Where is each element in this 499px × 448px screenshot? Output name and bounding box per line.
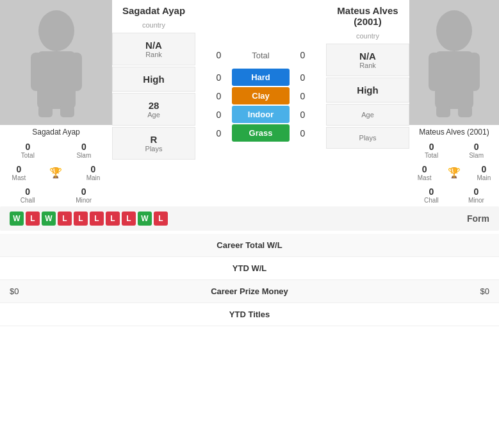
left-player-col: Sagadat Ayap 0 Total 0 Slam 0 Mast 🏆 — [0, 0, 112, 206]
svg-rect-4 — [38, 106, 53, 117]
right-minor-stat: 0 Minor — [468, 187, 484, 204]
right-total-slam: 0 Total 0 Slam — [409, 139, 499, 162]
right-player-name: Mateus Alves (2001) — [409, 125, 499, 139]
svg-rect-1 — [37, 51, 76, 109]
right-player-name-header: Mateus Alves (2001) — [326, 0, 409, 32]
full-wrapper: Sagadat Ayap 0 Total 0 Slam 0 Mast 🏆 — [0, 0, 499, 326]
right-info-col: Mateus Alves (2001) country N/A Rank Hig… — [326, 0, 409, 206]
left-player-photo — [0, 0, 112, 125]
total-row: 0 Total 0 — [211, 50, 311, 60]
left-total-slam: 0 Total 0 Slam — [0, 139, 112, 162]
trophy-icon-right: 🏆 — [448, 167, 461, 179]
right-plays-cell: Plays — [326, 127, 409, 149]
left-plays-cell: R Plays — [112, 127, 195, 160]
surface-btn-indoor[interactable]: Indoor — [232, 106, 290, 123]
left-total-stat: 0 Total — [21, 142, 35, 159]
right-total-stat: 0 Total — [425, 142, 438, 159]
form-badge-4: L — [74, 212, 88, 226]
right-high-cell: High — [326, 78, 409, 103]
form-label: Form — [467, 213, 489, 224]
bottom-stats: Career Total W/L YTD W/L $0 Career Prize… — [0, 234, 499, 326]
left-slam-stat: 0 Slam — [76, 142, 91, 159]
surface-row-hard: 0 Hard 0 — [199, 69, 323, 86]
left-mast-main: 0 Mast 🏆 0 Main — [0, 162, 112, 184]
svg-rect-9 — [468, 53, 480, 91]
right-country: country — [326, 32, 409, 40]
form-section: WLWLLLLLWL Form — [0, 206, 499, 231]
svg-rect-3 — [70, 53, 82, 91]
right-silhouette-icon — [425, 6, 483, 119]
left-minor-stat: 0 Minor — [76, 187, 92, 204]
svg-point-0 — [38, 10, 74, 51]
top-player-row: Sagadat Ayap 0 Total 0 Slam 0 Mast 🏆 — [0, 0, 499, 206]
stats-row: $0 Career Prize Money $0 — [0, 280, 499, 303]
svg-rect-2 — [31, 53, 42, 91]
form-badge-5: L — [90, 212, 104, 226]
surface-btn-clay[interactable]: Clay — [232, 87, 290, 104]
left-country: country — [112, 21, 195, 29]
form-badge-2: W — [42, 212, 56, 226]
surface-btn-hard[interactable]: Hard — [232, 69, 290, 86]
right-mast-main: 0 Mast 🏆 0 Main — [409, 162, 499, 184]
center-col: 0 Total 0 0 Hard 0 0 Clay 0 0 Indoor 0 0… — [195, 0, 326, 206]
right-main-stat: 0 Main — [477, 164, 491, 181]
right-player-col: Mateus Alves (2001) 0 Total 0 Slam 0 Mas… — [409, 0, 499, 206]
right-mast-stat: 0 Mast — [418, 164, 432, 181]
left-info-col: Sagadat Ayap country N/A Rank High 28 Ag… — [112, 0, 195, 206]
svg-rect-11 — [458, 106, 472, 117]
total-label: Total — [232, 51, 290, 60]
left-rank-cell: N/A Rank — [112, 33, 195, 65]
surface-rows: 0 Hard 0 0 Clay 0 0 Indoor 0 0 Grass 0 — [199, 69, 323, 142]
right-trophy: 🏆 — [448, 164, 461, 181]
form-badge-6: L — [106, 212, 120, 226]
form-badge-8: W — [138, 212, 152, 226]
right-age-cell: Age — [326, 104, 409, 126]
left-silhouette-icon — [28, 6, 85, 119]
form-badge-7: L — [122, 212, 136, 226]
surface-row-indoor: 0 Indoor 0 — [199, 106, 323, 123]
svg-rect-8 — [429, 53, 440, 91]
right-chall-stat: 0 Chall — [424, 187, 439, 204]
stats-row: YTD W/L — [0, 257, 499, 280]
right-player-photo — [409, 0, 499, 125]
left-age-cell: 28 Age — [112, 93, 195, 126]
form-badge-0: W — [10, 212, 24, 226]
left-trophy: 🏆 — [49, 164, 62, 181]
form-badges: WLWLLLLLWL — [10, 212, 168, 226]
surface-row-grass: 0 Grass 0 — [199, 124, 323, 142]
left-main-stat: 0 Main — [86, 164, 101, 181]
svg-rect-5 — [60, 106, 74, 117]
left-high-cell: High — [112, 67, 195, 92]
left-chall-stat: 0 Chall — [20, 187, 35, 204]
left-player-name-header: Sagadat Ayap — [112, 0, 195, 21]
form-badge-1: L — [26, 212, 40, 226]
surface-row-clay: 0 Clay 0 — [199, 87, 323, 104]
left-chall-minor: 0 Chall 0 Minor — [0, 184, 112, 206]
trophy-icon-left: 🏆 — [49, 167, 62, 179]
svg-point-6 — [436, 10, 472, 51]
left-player-name: Sagadat Ayap — [0, 125, 112, 139]
left-mast-stat: 0 Mast — [12, 164, 26, 181]
right-rank-cell: N/A Rank — [326, 44, 409, 76]
surface-btn-grass[interactable]: Grass — [232, 124, 290, 142]
stats-row: Career Total W/L — [0, 234, 499, 257]
svg-rect-10 — [436, 106, 450, 117]
form-badge-3: L — [58, 212, 72, 226]
right-chall-minor: 0 Chall 0 Minor — [409, 184, 499, 206]
svg-rect-7 — [435, 51, 473, 109]
form-badge-9: L — [154, 212, 168, 226]
right-slam-stat: 0 Slam — [469, 142, 484, 159]
stats-row: YTD Titles — [0, 303, 499, 326]
